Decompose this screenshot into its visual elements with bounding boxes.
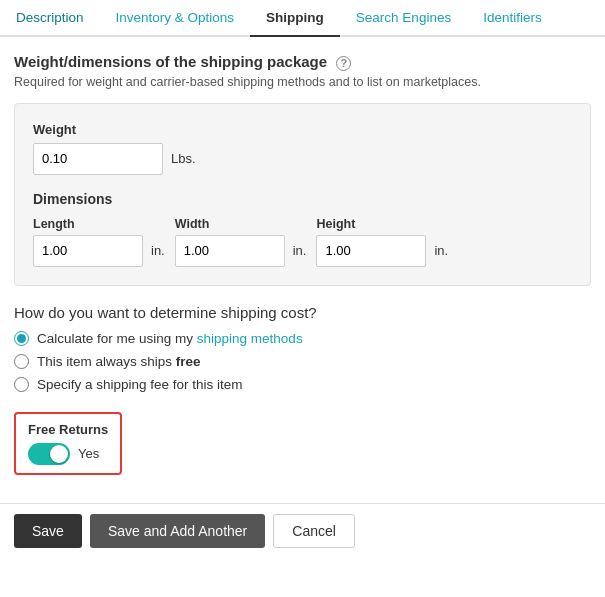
radio-fee-input[interactable] <box>14 377 29 392</box>
tab-shipping[interactable]: Shipping <box>250 0 340 37</box>
tabs-bar: Description Inventory & Options Shipping… <box>0 0 605 37</box>
length-field: Length in. <box>33 217 165 267</box>
radio-calculate-input[interactable] <box>14 331 29 346</box>
radio-free-text: This item always ships free <box>37 354 201 369</box>
length-unit: in. <box>151 243 165 258</box>
save-button[interactable]: Save <box>14 514 82 548</box>
tab-description[interactable]: Description <box>0 0 100 37</box>
shipping-methods-link[interactable]: shipping methods <box>197 331 303 346</box>
height-input-group: in. <box>316 235 448 267</box>
width-input-group: in. <box>175 235 307 267</box>
tab-identifiers[interactable]: Identifiers <box>467 0 558 37</box>
weight-input[interactable] <box>33 143 163 175</box>
toggle-row: Yes <box>28 443 108 465</box>
height-unit: in. <box>434 243 448 258</box>
width-input[interactable] <box>175 235 285 267</box>
radio-calculate-text: Calculate for me using my shipping metho… <box>37 331 303 346</box>
length-input-group: in. <box>33 235 165 267</box>
height-field: Height in. <box>316 217 448 267</box>
width-field: Width in. <box>175 217 307 267</box>
free-bold: free <box>176 354 201 369</box>
tab-inventory-options[interactable]: Inventory & Options <box>100 0 251 37</box>
radio-fee[interactable]: Specify a shipping fee for this item <box>14 377 591 392</box>
weight-input-group: Lbs. <box>33 143 572 175</box>
toggle-yes-label: Yes <box>78 446 99 461</box>
weight-unit: Lbs. <box>171 151 196 166</box>
radio-calculate[interactable]: Calculate for me using my shipping metho… <box>14 331 591 346</box>
tab-search-engines[interactable]: Search Engines <box>340 0 467 37</box>
height-label: Height <box>316 217 448 231</box>
shipping-cost-title: How do you want to determine shipping co… <box>14 304 591 321</box>
free-returns-label: Free Returns <box>28 422 108 437</box>
section-subtitle: Required for weight and carrier-based sh… <box>14 75 591 89</box>
toggle-slider <box>28 443 70 465</box>
shipping-dimensions-box: Weight Lbs. Dimensions Length in. Width … <box>14 103 591 286</box>
dimensions-label: Dimensions <box>33 191 572 207</box>
page-content: Weight/dimensions of the shipping packag… <box>0 37 605 503</box>
radio-fee-text: Specify a shipping fee for this item <box>37 377 243 392</box>
radio-free-input[interactable] <box>14 354 29 369</box>
help-icon[interactable]: ? <box>336 56 351 71</box>
save-and-add-button[interactable]: Save and Add Another <box>90 514 265 548</box>
width-label: Width <box>175 217 307 231</box>
width-unit: in. <box>293 243 307 258</box>
weight-label: Weight <box>33 122 572 137</box>
length-input[interactable] <box>33 235 143 267</box>
free-returns-section: Free Returns Yes <box>14 412 122 475</box>
cancel-button[interactable]: Cancel <box>273 514 355 548</box>
length-label: Length <box>33 217 165 231</box>
shipping-cost-section: How do you want to determine shipping co… <box>14 304 591 392</box>
bottom-buttons: Save Save and Add Another Cancel <box>0 503 605 562</box>
height-input[interactable] <box>316 235 426 267</box>
radio-free-shipping[interactable]: This item always ships free <box>14 354 591 369</box>
free-returns-toggle[interactable] <box>28 443 70 465</box>
dimensions-row: Length in. Width in. Height in. <box>33 217 572 267</box>
page-title: Weight/dimensions of the shipping packag… <box>14 53 591 71</box>
